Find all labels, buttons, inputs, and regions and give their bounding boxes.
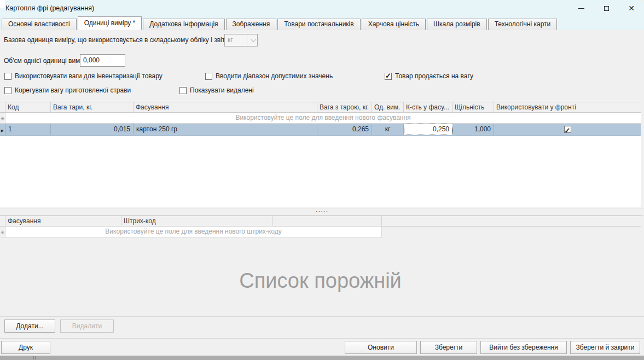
cell-density[interactable]: 1,000 (452, 124, 494, 135)
combo-dropdown-button[interactable] (247, 34, 257, 46)
tab-images[interactable]: Зображення (226, 19, 277, 30)
col-header-packaging[interactable]: Фасування (134, 102, 317, 113)
use-in-front-checkbox[interactable] (564, 126, 571, 133)
cell-use-in-front[interactable] (494, 124, 641, 135)
window-controls: ✕ (568, 0, 644, 16)
checkbox-icon[interactable] (385, 73, 392, 80)
tab-units-of-measure[interactable]: Одиниці виміру * (78, 16, 142, 30)
cell-tare-weight[interactable]: 0,015 (51, 124, 134, 135)
checkbox-icon[interactable] (179, 87, 187, 94)
separator-line (0, 338, 644, 339)
packaging-grid: Код Вага тари, кг. Фасування Вага з таро… (0, 102, 641, 207)
exit-without-saving-button[interactable]: Вийти без збереження (480, 341, 567, 354)
chevron-down-icon (250, 37, 256, 42)
cell-code[interactable]: 1 (5, 124, 51, 135)
taskbar-edge (0, 356, 644, 360)
cell-unit[interactable]: кг (372, 124, 404, 135)
units-tab-content: Базова одиниця виміру, що використовуєть… (0, 30, 644, 356)
col-header-density[interactable]: Щільність (452, 102, 494, 113)
packaging-grid-empty-area (0, 136, 641, 207)
row-marker-header (0, 216, 5, 226)
new-row-placeholder[interactable]: Використовуйте це поле для введення ново… (5, 227, 381, 237)
col-header-filler (382, 216, 641, 227)
checkbox-label: Показувати видалені (190, 86, 254, 94)
checkbox-label: Корегувати вагу приготовленої страви (15, 86, 131, 94)
row-marker-header (0, 102, 5, 112)
packaging-grid-header: Код Вага тари, кг. Фасування Вага з таро… (0, 102, 641, 113)
tab-basic-properties[interactable]: Основні властивості (2, 19, 77, 30)
col-header-use-in-front[interactable]: Використовувати у фронті (494, 102, 641, 113)
packaging-new-row[interactable]: Використовуйте це поле для введення ново… (0, 113, 641, 124)
window-title: Картопля фрі (редагування) (0, 4, 94, 12)
barcode-new-row[interactable]: Використовуйте це поле для введення ново… (0, 227, 382, 237)
separator-line (0, 316, 644, 317)
checkbox-show-deleted[interactable]: Показувати видалені (179, 86, 254, 94)
checkbox-use-scales-inventory[interactable]: Використовувати ваги для інвентаризації … (4, 72, 163, 80)
print-button[interactable]: Друк (1, 341, 50, 354)
new-row-placeholder[interactable]: Використовуйте це поле для введення ново… (5, 113, 641, 123)
base-unit-value: кг (225, 34, 247, 46)
checkbox-adjust-cooked-weight[interactable]: Корегувати вагу приготовленої страви (4, 86, 131, 94)
checkbox-label: Товар продається на вагу (395, 72, 473, 80)
close-button[interactable]: ✕ (619, 0, 644, 16)
corner-notch (0, 0, 5, 8)
checkbox-label: Вводити діапазон допустимих значень (216, 72, 333, 80)
cell-gross-weight[interactable]: 0,265 (317, 124, 372, 135)
splitter-handle[interactable]: ····· (0, 208, 644, 216)
checkbox-icon[interactable] (205, 73, 212, 80)
empty-list-message: Список порожній (0, 269, 641, 293)
save-button[interactable]: Зберегти (420, 341, 477, 354)
maximize-icon (604, 6, 609, 11)
col-header-qty-in-pack[interactable]: К-сть у фасу... (404, 102, 452, 113)
current-row-icon (1, 126, 4, 133)
checkbox-sold-by-weight[interactable]: Товар продається на вагу (385, 72, 473, 80)
barcode-grid-header: Фасування Штрих-код (0, 216, 641, 227)
col-header-packaging[interactable]: Фасування (5, 216, 121, 227)
taskbar-grip-icon (33, 356, 36, 359)
col-header-empty (272, 216, 382, 227)
delete-button[interactable]: Видалити (60, 320, 114, 333)
packaging-row-selected[interactable]: 1 0,015 картон 250 гр 0,265 кг 0,250 1,0… (0, 124, 641, 136)
checkbox-icon[interactable] (4, 87, 11, 94)
checkbox-icon[interactable] (4, 73, 11, 80)
tab-nutrition[interactable]: Харчова цінність (362, 19, 426, 30)
splitter-dots: ····· (316, 208, 328, 214)
col-header-barcode[interactable]: Штрих-код (121, 216, 272, 227)
minimize-icon (578, 8, 584, 9)
col-header-tare-weight[interactable]: Вага тари, кг. (51, 102, 134, 113)
col-header-unit[interactable]: Од. вим. (372, 102, 404, 113)
minimize-button[interactable] (568, 0, 594, 16)
cell-qty-in-pack-focused[interactable]: 0,250 (404, 124, 452, 135)
col-header-gross-weight[interactable]: Вага з тарою, кг. (317, 102, 372, 113)
tab-size-scale[interactable]: Шкала розмірів (427, 19, 487, 30)
barcode-grid: Фасування Штрих-код Використовуйте це по… (0, 216, 641, 237)
tab-tech-cards[interactable]: Технологічні карти (488, 19, 558, 30)
new-row-icon (1, 228, 5, 236)
tab-strip: Основні властивості Одиниці виміру * Дод… (0, 16, 644, 30)
edit-product-window: Картопля фрі (редагування) ✕ Основні вла… (0, 0, 644, 360)
new-row-cell (0, 113, 5, 123)
volume-input[interactable]: 0,000 (80, 54, 125, 67)
new-row-cell (0, 227, 5, 237)
save-and-close-button[interactable]: Зберегти й закрити (570, 341, 640, 354)
close-icon: ✕ (628, 4, 635, 12)
checkbox-enter-range[interactable]: Вводити діапазон допустимих значень (205, 72, 333, 80)
col-header-code[interactable]: Код (5, 102, 51, 113)
cell-packaging[interactable]: картон 250 гр (134, 124, 317, 135)
add-button[interactable]: Додати... (4, 320, 55, 333)
new-row-icon (1, 114, 5, 122)
tab-supplier-goods[interactable]: Товари постачальників (277, 19, 360, 30)
checkbox-label: Використовувати ваги для інвентаризації … (15, 72, 163, 80)
title-bar: Картопля фрі (редагування) ✕ (0, 0, 644, 16)
current-row-cell (0, 124, 5, 135)
tab-additional-info[interactable]: Додаткова інформація (143, 19, 224, 30)
base-unit-combobox[interactable]: кг (224, 34, 258, 47)
maximize-button[interactable] (594, 0, 619, 16)
base-unit-label: Базова одиниця виміру, що використовуєть… (4, 36, 242, 44)
refresh-button[interactable]: Оновити (345, 341, 417, 354)
